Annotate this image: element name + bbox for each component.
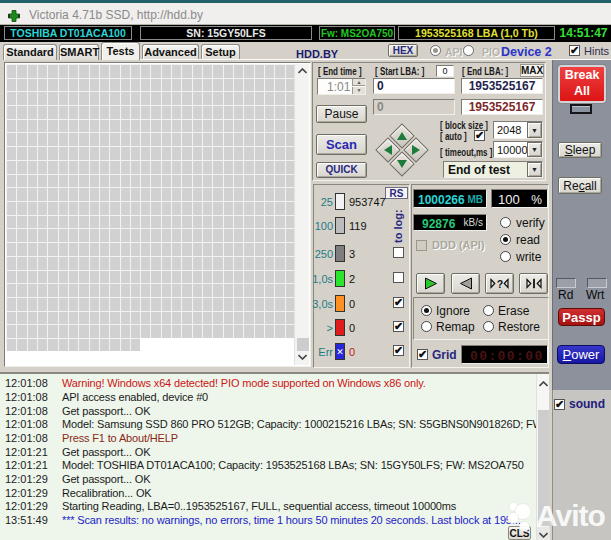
svg-text:?: ? [497,278,503,290]
svg-text:Avito: Avito [536,499,606,532]
